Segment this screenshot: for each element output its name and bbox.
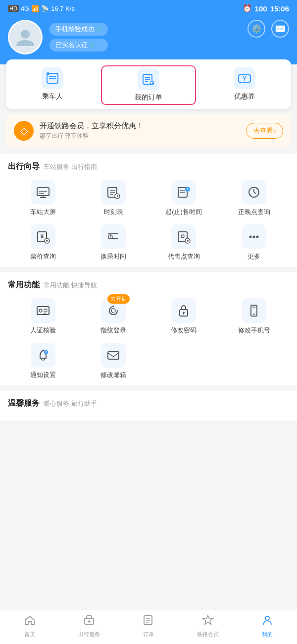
transfer-label: 换乘时间 <box>100 252 126 261</box>
grid-item-price-query[interactable]: ¥ 票价查询 <box>8 224 78 261</box>
common-functions-grid: 人证核验 去开启 指纹登录 <box>8 298 289 379</box>
speed-label: 16.7 K/s <box>51 5 75 12</box>
more-icon <box>242 224 266 249</box>
fingerprint-label: 指纹登录 <box>100 326 126 335</box>
svg-text:¥: ¥ <box>243 75 247 82</box>
orders-label: 我的订单 <box>135 93 162 102</box>
svg-point-44 <box>181 235 184 238</box>
avatar[interactable] <box>8 20 43 54</box>
svg-rect-14 <box>37 188 49 196</box>
coupon-label: 优惠券 <box>234 92 255 101</box>
grid-item-station-screen[interactable]: 车站大屏 <box>8 180 78 216</box>
nav-item-orders[interactable]: 订单 <box>119 614 178 638</box>
grid-item-delay-query[interactable]: 正晚点查询 <box>219 180 289 216</box>
settings-icon: ⚙️ <box>251 23 262 34</box>
svg-line-42 <box>110 237 111 237</box>
grid-item-transfer[interactable]: 换乘时间 <box>78 224 148 261</box>
status-bar: HD 4G 📶 📡 16.7 K/s ⏰ 100 15:06 <box>0 0 297 15</box>
quick-item-coupon[interactable]: ¥ 优惠券 <box>198 67 291 103</box>
warm-service-title: 温馨服务 <box>8 398 40 409</box>
svg-point-49 <box>253 236 255 238</box>
orders-icon <box>138 68 159 90</box>
member-arrow-icon: › <box>274 127 276 135</box>
member-diamond-icon: ◇ <box>14 121 34 141</box>
svg-line-34 <box>254 192 256 194</box>
grid-item-timetable[interactable]: 时刻表 <box>78 180 148 216</box>
agent-icon <box>171 224 196 249</box>
nav-item-mine[interactable]: 我的 <box>238 614 297 638</box>
battery-label: 100 <box>255 4 267 13</box>
nav-item-travel[interactable]: 出行服务 <box>59 614 119 638</box>
station-screen-label: 车站大屏 <box>30 208 56 216</box>
agent-label: 代售点查询 <box>168 252 200 261</box>
svg-point-48 <box>249 236 252 238</box>
transfer-icon <box>101 224 126 249</box>
member-view-label: 去查看 <box>253 126 273 135</box>
grid-item-notification[interactable]: 通知设置 <box>8 343 78 379</box>
station-screen-icon <box>31 180 55 205</box>
change-email-icon <box>101 343 126 368</box>
delay-query-icon <box>242 180 266 205</box>
member-title: 开通铁路会员，立享积分优惠！ <box>40 121 240 131</box>
svg-point-0 <box>21 30 30 39</box>
svg-point-52 <box>39 309 42 312</box>
member-subtitle: 惠享出行 尊享体验 <box>40 132 240 140</box>
travel-guide-section: 出行向导 车站服务 出行指南 车站大屏 <box>0 154 297 267</box>
nav-item-home[interactable]: 首页 <box>0 614 59 638</box>
notification-icon <box>31 343 55 368</box>
passenger-label: 乘车人 <box>42 92 63 101</box>
orders-nav-icon <box>143 614 154 629</box>
message-button[interactable]: ✉️ <box>271 20 289 38</box>
home-icon <box>24 614 36 629</box>
common-functions-subtitle: 常用功能 快捷导航 <box>44 281 97 290</box>
passenger-icon <box>42 67 63 89</box>
status-right: ⏰ 100 15:06 <box>243 4 289 13</box>
realname-verify-badge: 已实名认证 ✓ <box>50 39 108 52</box>
grid-item-agent[interactable]: 代售点查询 <box>148 224 219 261</box>
phone-verify-badge: 手机核验成功 ✓ <box>50 23 108 36</box>
avatar-icon <box>14 26 36 48</box>
price-query-icon: ¥ <box>31 224 55 249</box>
grid-item-id-verify[interactable]: 人证核验 <box>8 298 78 335</box>
nav-item-member[interactable]: 铁路会员 <box>178 614 238 638</box>
warm-service-header: 温馨服务 暖心服务 旅行助手 <box>8 398 289 409</box>
quick-item-passenger[interactable]: 乘车人 <box>6 67 99 103</box>
signal-icon: 📶 <box>31 5 39 12</box>
home-label: 首页 <box>24 631 35 638</box>
timetable-icon <box>101 180 126 205</box>
member-nav-icon <box>202 614 214 629</box>
travel-label: 出行服务 <box>78 631 100 638</box>
status-left: HD 4G 📶 📡 16.7 K/s <box>8 5 75 12</box>
orders-nav-label: 订单 <box>143 631 154 638</box>
realname-check-icon: ✓ <box>90 41 96 49</box>
price-query-label: 票价查询 <box>30 252 56 261</box>
grid-item-sale-time[interactable]: 起(止)售时间 <box>148 180 219 216</box>
travel-guide-title: 出行向导 <box>8 161 40 172</box>
svg-point-58 <box>183 312 185 314</box>
grid-item-change-phone[interactable]: 修改手机号 <box>219 298 289 335</box>
grid-item-fingerprint[interactable]: 去开启 指纹登录 <box>78 298 148 335</box>
header-actions: ⚙️ ✉️ <box>248 20 289 38</box>
grid-item-change-password[interactable]: 修改密码 <box>148 298 219 335</box>
realname-verify-label: 已实名认证 <box>55 41 88 50</box>
change-phone-label: 修改手机号 <box>238 326 270 335</box>
settings-button[interactable]: ⚙️ <box>248 20 265 38</box>
mine-nav-icon <box>261 614 273 629</box>
quick-item-orders[interactable]: 我的订单 <box>101 65 196 105</box>
sale-time-icon <box>171 180 196 205</box>
header: ⚙️ ✉️ 手机核验成功 ✓ 已实名认证 ✓ <box>0 15 297 64</box>
common-functions-title: 常用功能 <box>8 280 40 290</box>
grid-item-more[interactable]: 更多 <box>219 224 289 261</box>
message-icon: ✉️ <box>275 23 286 34</box>
grid-item-change-email[interactable]: 修改邮箱 <box>78 343 148 379</box>
coupon-icon: ¥ <box>234 67 255 89</box>
bottom-nav: 首页 出行服务 订单 铁路会员 <box>0 610 297 644</box>
svg-text:¥: ¥ <box>41 233 44 239</box>
travel-guide-grid: 车站大屏 时刻表 <box>8 180 289 261</box>
network-label: 4G <box>21 5 29 12</box>
common-functions-section: 常用功能 常用功能 快捷导航 人证核验 <box>0 272 297 385</box>
notification-label: 通知设置 <box>30 371 56 379</box>
sale-time-label: 起(止)售时间 <box>165 208 202 216</box>
member-view-button[interactable]: 去查看 › <box>246 123 283 139</box>
svg-rect-70 <box>144 616 152 625</box>
